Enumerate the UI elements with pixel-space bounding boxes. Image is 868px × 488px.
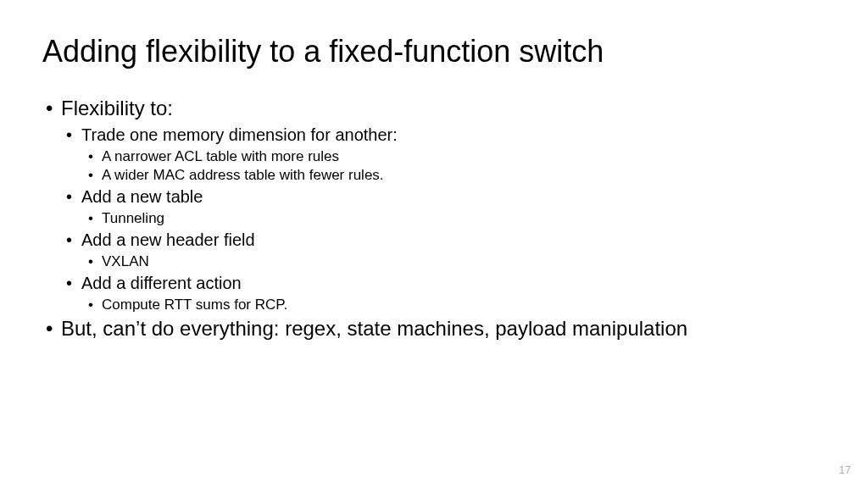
bullet-text: Add a new table	[81, 187, 203, 206]
bullet-level1: Flexibility to: Trade one memory dimensi…	[42, 97, 826, 313]
bullet-sublist: VXLAN	[81, 253, 826, 270]
bullet-text: Compute RTT sums for RCP.	[102, 297, 287, 313]
bullet-level3: A wider MAC address table with fewer rul…	[81, 167, 826, 184]
bullet-text: Add a new header field	[81, 230, 255, 249]
page-number: 17	[839, 463, 851, 476]
bullet-text: VXLAN	[102, 253, 149, 269]
bullet-sublist: A narrower ACL table with more rules A w…	[81, 148, 826, 184]
bullet-sublist: Tunneling	[81, 210, 826, 227]
bullet-text: Tunneling	[102, 210, 164, 226]
bullet-level2: Add a different action Compute RTT sums …	[61, 274, 826, 313]
bullet-list: Flexibility to: Trade one memory dimensi…	[42, 97, 826, 341]
bullet-level3: Tunneling	[81, 210, 826, 227]
bullet-sublist: Trade one memory dimension for another: …	[61, 125, 826, 313]
bullet-level2: Add a new header field VXLAN	[61, 230, 826, 270]
bullet-text: But, can’t do everything: regex, state m…	[61, 317, 687, 340]
bullet-level3: Compute RTT sums for RCP.	[81, 297, 826, 313]
bullet-text: Add a different action	[81, 274, 242, 292]
bullet-level3: A narrower ACL table with more rules	[81, 148, 826, 165]
bullet-text: Flexibility to:	[61, 97, 173, 119]
slide-title: Adding flexibility to a fixed-function s…	[42, 34, 826, 69]
bullet-text: Trade one memory dimension for another:	[81, 125, 398, 144]
bullet-text: A narrower ACL table with more rules	[102, 148, 339, 164]
bullet-level2: Trade one memory dimension for another: …	[61, 125, 826, 184]
bullet-level3: VXLAN	[81, 253, 826, 270]
bullet-sublist: Compute RTT sums for RCP.	[81, 297, 826, 313]
bullet-text: A wider MAC address table with fewer rul…	[102, 167, 384, 183]
bullet-level1: But, can’t do everything: regex, state m…	[42, 317, 826, 341]
bullet-level2: Add a new table Tunneling	[61, 187, 826, 227]
